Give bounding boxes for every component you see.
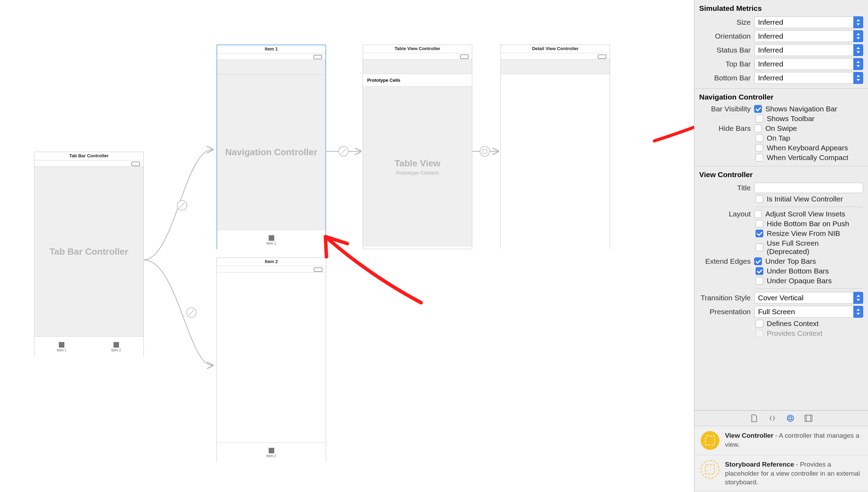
select-statusbar[interactable]: Inferred xyxy=(754,44,863,56)
svg-rect-10 xyxy=(805,415,812,421)
checkbox-shows-toolbar[interactable] xyxy=(756,115,763,122)
inspector-scroll[interactable]: Simulated Metrics Size Inferred Orientat… xyxy=(694,0,868,410)
svg-line-1 xyxy=(180,203,184,208)
tab-label: Item 2 xyxy=(267,454,276,458)
select-value: Inferred xyxy=(754,72,853,84)
checkbox-shows-navbar[interactable] xyxy=(754,105,762,113)
label-topbar: Top Bar xyxy=(699,60,751,68)
section-title: Simulated Metrics xyxy=(694,2,868,15)
scene-body-label: Tab Bar Controller xyxy=(49,246,128,257)
scene-statusbar xyxy=(501,53,610,59)
divider xyxy=(756,207,863,207)
scene-tabbar[interactable]: Tab Bar Controller Tab Bar Controller It… xyxy=(34,152,144,356)
scene-body xyxy=(501,74,610,250)
select-stepper-icon[interactable] xyxy=(853,306,863,318)
checkbox-under-bottom[interactable] xyxy=(756,267,763,275)
scene-title: Item 2 xyxy=(217,258,326,266)
scene-body-label: Table View xyxy=(395,158,441,169)
checkbox-under-top[interactable] xyxy=(754,257,762,265)
svg-rect-7 xyxy=(483,149,487,153)
input-title[interactable] xyxy=(754,183,863,193)
label-size: Size xyxy=(699,18,751,26)
prototype-cells-header[interactable]: Prototype Cells xyxy=(363,74,472,87)
select-stepper-icon[interactable] xyxy=(853,30,863,42)
checkbox-ontap[interactable] xyxy=(756,134,763,142)
select-presentation[interactable]: Full Screen xyxy=(754,306,863,318)
scene-nav-item1[interactable]: Item 1 Navigation Controller Item 1 xyxy=(216,45,326,249)
tab-icon xyxy=(59,342,64,348)
scene-tabbar-items: Item 2 xyxy=(217,442,326,463)
storyboard-canvas[interactable]: Tab Bar Controller Tab Bar Controller It… xyxy=(0,0,668,492)
scene-body-sub: Prototype Content xyxy=(396,170,439,176)
checkbox-provides-context[interactable] xyxy=(756,330,763,337)
scene-nav-item2[interactable]: Item 2 Item 2 xyxy=(216,257,326,462)
library-item-storyboard-reference[interactable]: Storyboard Reference - Provides a placeh… xyxy=(694,455,868,492)
select-stepper-icon[interactable] xyxy=(853,44,863,56)
svg-line-5 xyxy=(341,149,346,154)
svg-point-6 xyxy=(480,146,490,156)
select-value: Inferred xyxy=(754,16,853,28)
checkbox-initial[interactable] xyxy=(756,195,763,203)
scene-detail[interactable]: Detail View Controller xyxy=(500,45,610,249)
library-item-name: View Controller xyxy=(725,432,773,439)
scene-title: Item 1 xyxy=(217,45,325,54)
checkbox-label: Under Top Bars xyxy=(765,257,816,265)
label-extend-edges: Extend Edges xyxy=(699,257,751,265)
checkbox-label: When Vertically Compact xyxy=(767,153,849,162)
tab-objects-icon[interactable] xyxy=(786,414,795,422)
checkbox-hide-bottom-push[interactable] xyxy=(756,220,763,228)
tab-icon xyxy=(269,235,274,241)
select-size[interactable]: Inferred xyxy=(754,16,863,28)
library-item-view-controller[interactable]: View Controller - A controller that mana… xyxy=(694,426,868,455)
scene-statusbar xyxy=(217,54,325,60)
checkbox-onswipe[interactable] xyxy=(754,125,762,132)
checkbox-defines-context[interactable] xyxy=(756,320,763,327)
label-bar-visibility: Bar Visibility xyxy=(699,105,751,113)
tab-file-icon[interactable] xyxy=(750,414,758,422)
checkbox-under-opaque[interactable] xyxy=(756,277,763,285)
label-statusbar: Status Bar xyxy=(699,46,751,54)
checkbox-resize-nib[interactable] xyxy=(756,230,763,237)
scene-body: Tab Bar Controller xyxy=(34,167,143,336)
scene-body: Table View Prototype Content xyxy=(363,87,472,247)
svg-line-3 xyxy=(189,310,194,315)
library-item-name: Storyboard Reference xyxy=(725,461,794,468)
tab-item-2[interactable]: Item 2 xyxy=(89,337,144,357)
checkbox-adjust-insets[interactable] xyxy=(754,210,762,218)
tab-item[interactable]: Item 1 xyxy=(217,230,325,251)
select-bottombar[interactable]: Inferred xyxy=(754,72,863,84)
checkbox-fullscreen-deprecated[interactable] xyxy=(756,244,763,251)
label-title: Title xyxy=(699,184,751,192)
checkbox-label: Under Bottom Bars xyxy=(767,267,829,275)
select-value: Inferred xyxy=(754,58,853,70)
library-item-text: View Controller - A controller that mana… xyxy=(725,431,862,450)
checkbox-label: Shows Navigation Bar xyxy=(765,105,837,113)
tab-item-1[interactable]: Item 1 xyxy=(34,337,89,357)
object-library-tabs xyxy=(694,411,868,426)
select-stepper-icon[interactable] xyxy=(853,58,863,70)
select-orientation[interactable]: Inferred xyxy=(754,30,863,42)
checkbox-label: Provides Context xyxy=(767,329,822,338)
tab-label: Item 1 xyxy=(267,241,276,245)
tab-icon xyxy=(269,448,274,453)
checkbox-compact[interactable] xyxy=(756,154,763,161)
scene-tableview[interactable]: Table View Controller Prototype Cells Ta… xyxy=(363,45,472,249)
scene-body-label: Navigation Controller xyxy=(225,147,317,158)
scene-title: Detail View Controller xyxy=(501,45,610,53)
select-stepper-icon[interactable] xyxy=(853,292,863,304)
tab-media-icon[interactable] xyxy=(804,414,813,422)
tab-item[interactable]: Item 2 xyxy=(217,443,326,463)
checkbox-label: When Keyboard Appears xyxy=(767,144,848,152)
checkbox-label: Adjust Scroll View Insets xyxy=(765,210,845,218)
checkbox-keyboard[interactable] xyxy=(756,144,763,152)
checkbox-label: On Tap xyxy=(767,134,790,142)
select-transition-style[interactable]: Cover Vertical xyxy=(754,292,863,304)
object-library: View Controller - A controller that mana… xyxy=(694,410,868,492)
checkbox-label: On Swipe xyxy=(765,124,797,133)
label-orientation: Orientation xyxy=(699,32,751,40)
select-stepper-icon[interactable] xyxy=(853,72,863,84)
select-topbar[interactable]: Inferred xyxy=(754,58,863,70)
select-stepper-icon[interactable] xyxy=(853,16,863,28)
section-title: View Controller xyxy=(694,168,868,182)
tab-code-icon[interactable] xyxy=(768,414,776,422)
